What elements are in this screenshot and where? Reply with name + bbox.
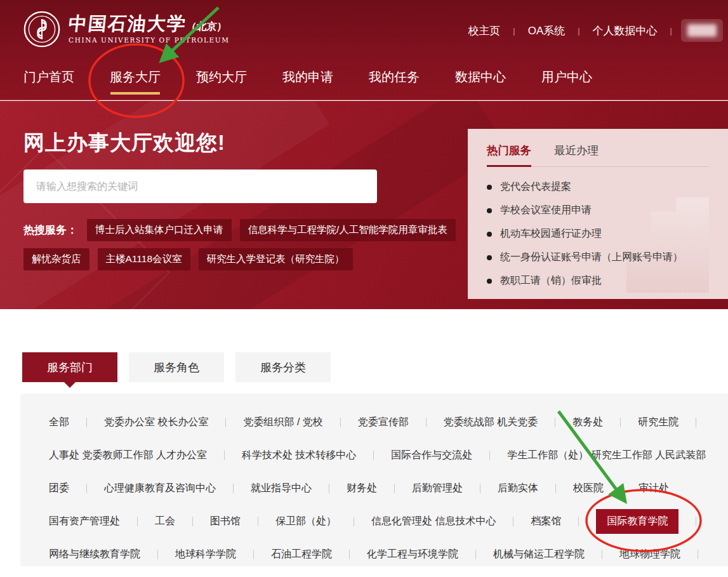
list-item[interactable]: 统一身份认证账号申请（上网账号申请）	[487, 246, 709, 269]
user-name-redacted[interactable]	[681, 19, 723, 42]
divider	[253, 550, 254, 559]
dept-link[interactable]: 化学工程与环境学院	[367, 548, 458, 561]
tab-service-role[interactable]: 服务角色	[129, 352, 224, 382]
hot-services-panel: 热门服务 最近办理 党代会代表提案 学校会议室使用申请 机动车校园通行证办理 统…	[468, 129, 728, 299]
dept-link[interactable]: 就业指导中心	[251, 482, 312, 495]
list-item[interactable]: 教职工请（销）假审批	[487, 269, 709, 293]
link-school-home[interactable]: 校主页	[455, 23, 513, 38]
list-item[interactable]: 机动车校园通行证办理	[487, 222, 709, 246]
nav-my-tasks[interactable]: 我的任务	[369, 69, 420, 95]
dept-link[interactable]: 人事处 党委教师工作部 人才办公室	[49, 449, 207, 462]
dept-link[interactable]: 党委组织部 / 党校	[243, 416, 322, 429]
dept-link[interactable]: 国有资产管理处	[49, 515, 120, 528]
divider	[475, 550, 476, 559]
divider	[225, 418, 226, 427]
hot-search-tag[interactable]: 信息科学与工程学院/人工智能学院用章审批表	[240, 219, 456, 241]
divider	[329, 484, 329, 493]
university-logo[interactable]: 中国石油大学（北京） CHINA UNIVERSITY OF PETROLEUM	[23, 10, 230, 48]
hot-search-tag[interactable]: 研究生入学登记表（研究生院）	[199, 248, 353, 270]
dept-link-international-education[interactable]: 国际教育学院	[596, 509, 678, 534]
dept-link[interactable]: 财务处	[347, 482, 377, 495]
divider	[426, 418, 427, 427]
department-row: 人事处 党委教师工作部 人才办公室 科学技术处 技术转移中心 国际合作与交流处 …	[49, 439, 728, 472]
dept-link[interactable]: 团委	[49, 482, 69, 495]
dept-link[interactable]: 教务处	[572, 416, 603, 429]
dept-link[interactable]: 地球物理学院	[619, 548, 680, 561]
hot-search-label: 热搜服务：	[23, 223, 77, 237]
divider	[480, 484, 480, 493]
department-row: 团委 心理健康教育及咨询中心 就业指导中心 财务处 后勤管理处 后勤实体 校医院…	[49, 472, 728, 505]
divider	[373, 451, 374, 460]
university-name-en: CHINA UNIVERSITY OF PETROLEUM	[69, 36, 230, 44]
nav-user-center[interactable]: 用户中心	[541, 69, 592, 95]
list-item[interactable]: 党代会代表提案	[487, 175, 709, 199]
nav-reservation-hall[interactable]: 预约大厅	[196, 69, 247, 95]
hero-banner: 网上办事大厅欢迎您! 热搜服务： 博士后入站集体户口迁入申请 信息科学与工程学院…	[0, 101, 728, 309]
nav-portal-home[interactable]: 门户首页	[23, 69, 74, 95]
divider	[696, 517, 696, 526]
nav-data-center[interactable]: 数据中心	[455, 69, 506, 95]
hot-search-row: 热搜服务： 博士后入站集体户口迁入申请 信息科学与工程学院/人工智能学院用章审批…	[23, 219, 468, 241]
link-oa-system[interactable]: OA系统	[515, 23, 578, 38]
department-panel: 全部 党委办公室 校长办公室 党委组织部 / 党校 党委宣传部 党委统战部 机关…	[20, 394, 728, 566]
dept-link[interactable]: 研究生院	[638, 416, 678, 429]
divider	[349, 550, 350, 559]
divider	[602, 550, 602, 559]
link-personal-data-center[interactable]: 个人数据中心	[580, 23, 670, 38]
divider	[555, 484, 556, 493]
dept-link[interactable]: 党委办公室 校长办公室	[104, 416, 208, 429]
page: 中国石油大学（北京） CHINA UNIVERSITY OF PETROLEUM…	[0, 0, 728, 577]
dept-link[interactable]: 学生工作部（处） 研究生工作部 人民武装部	[507, 449, 706, 462]
university-name-cn: 中国石油大学（北京）	[67, 15, 230, 33]
hot-panel-tabs: 热门服务 最近办理	[487, 143, 709, 167]
tab-hot-services[interactable]: 热门服务	[487, 143, 531, 167]
dept-link[interactable]: 机械与储运工程学院	[493, 548, 585, 561]
dept-link[interactable]: 网络与继续教育学院	[49, 548, 140, 561]
hot-service-list: 党代会代表提案 学校会议室使用申请 机动车校园通行证办理 统一身份认证账号申请（…	[487, 175, 709, 293]
dept-link[interactable]: 审计处	[639, 482, 669, 495]
list-item[interactable]: 学校会议室使用申请	[487, 199, 709, 222]
dept-link[interactable]: 校医院	[573, 482, 604, 495]
dept-link[interactable]: 石油工程学院	[271, 548, 332, 561]
divider	[354, 517, 354, 526]
divider: |	[670, 26, 672, 36]
dept-link[interactable]: 后勤实体	[498, 482, 538, 495]
bullet-icon	[487, 208, 492, 213]
dept-link[interactable]: 国际合作与交流处	[391, 449, 472, 462]
divider	[620, 418, 621, 427]
divider	[157, 550, 158, 559]
dept-link[interactable]: 信息化管理处 信息技术中心	[371, 515, 496, 528]
divider	[86, 484, 87, 493]
hot-search-tag[interactable]: 解忧杂货店	[23, 248, 89, 270]
hot-search-tag[interactable]: 主楼A1118会议室	[98, 248, 190, 270]
dept-link[interactable]: 科学技术处 技术转移中心	[242, 449, 356, 462]
divider	[258, 517, 258, 526]
dept-link[interactable]: 党委宣传部	[358, 416, 409, 429]
divider	[698, 550, 698, 559]
dept-link-all[interactable]: 全部	[49, 416, 69, 429]
nav-service-hall[interactable]: 服务大厅	[110, 69, 161, 95]
hot-search-tag[interactable]: 博士后入站集体户口迁入申请	[87, 219, 232, 241]
bullet-icon	[487, 255, 492, 260]
tab-recent-transactions[interactable]: 最近办理	[554, 143, 599, 166]
dept-link[interactable]: 工会	[155, 515, 175, 528]
dept-link[interactable]: 后勤管理处	[412, 482, 463, 495]
tab-service-category[interactable]: 服务分类	[235, 352, 331, 382]
nav-my-applications[interactable]: 我的申请	[282, 69, 333, 95]
department-row: 网络与继续教育学院 地球科学学院 石油工程学院 化学工程与环境学院 机械与储运工…	[49, 538, 728, 571]
dept-link[interactable]: 党委统战部 机关党委	[444, 416, 538, 429]
dept-link[interactable]: 图书馆	[210, 515, 241, 528]
divider	[340, 418, 341, 427]
divider	[513, 517, 513, 526]
divider	[555, 418, 555, 427]
dept-link[interactable]: 心理健康教育及咨询中心	[104, 482, 216, 495]
dept-link[interactable]: 档案馆	[531, 515, 561, 528]
divider	[86, 418, 87, 427]
divider	[394, 484, 395, 493]
dept-link[interactable]: 保卫部（处）	[275, 515, 336, 528]
header: 中国石油大学（北京） CHINA UNIVERSITY OF PETROLEUM…	[0, 0, 728, 100]
dept-link[interactable]: 地球科学学院	[175, 548, 236, 561]
search-input[interactable]	[23, 169, 377, 203]
tab-service-department[interactable]: 服务部门	[22, 352, 117, 382]
university-name: 中国石油大学（北京） CHINA UNIVERSITY OF PETROLEUM	[69, 15, 230, 44]
